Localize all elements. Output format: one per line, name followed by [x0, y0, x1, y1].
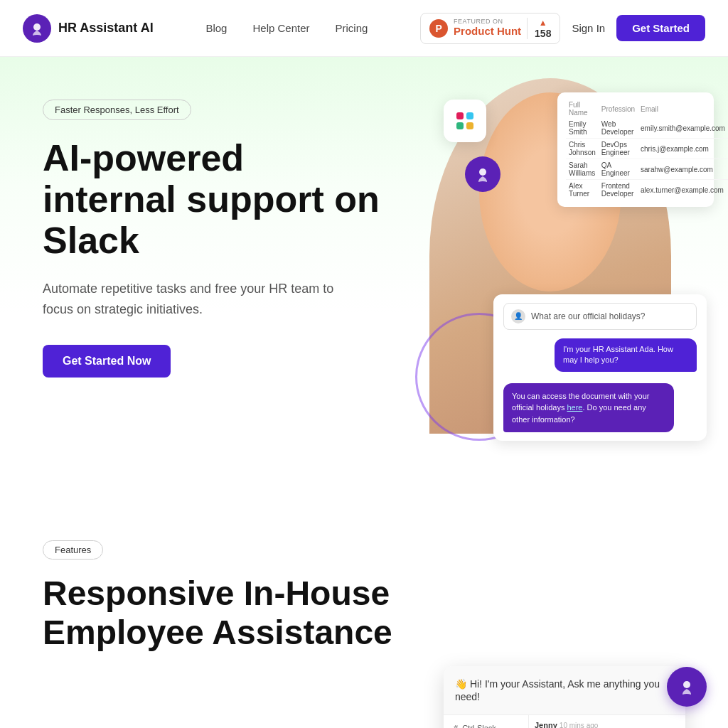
employee-table-card: Full Name Profession Email Emily SmithWe…: [557, 92, 714, 207]
ph-count: 158: [535, 28, 551, 39]
features-section: Features Responsive In-House Employee As…: [0, 483, 728, 728]
table-cell: Emily Smith: [566, 118, 599, 139]
logo-icon: [23, 14, 51, 43]
logo-text: HR Assistant AI: [58, 21, 154, 36]
table-row: Chris JohnsonDevOps Engineerchris.j@exam…: [566, 139, 728, 159]
nav-blog[interactable]: Blog: [205, 22, 227, 34]
table-cell: Sarah Williams: [566, 159, 599, 180]
table-cell: Chris Johnson: [566, 139, 599, 159]
msg-time-1: 10 mins ago: [560, 722, 598, 728]
table-row: Sarah WilliamsQA Engineersarahw@example.…: [566, 159, 728, 180]
table-header-name: Full Name: [566, 100, 599, 118]
svg-rect-4: [466, 122, 473, 129]
hr-assistant-icon: [465, 156, 500, 192]
chat-panel-sidebar: # Ctrl-Slack # General # Workflow # Inte…: [444, 715, 529, 728]
table-row: Alex TurnerFrontend Developeralex.turner…: [566, 180, 728, 200]
table-cell: emily.smith@example.com: [638, 118, 728, 139]
chat-bubble-response: You can access the document with your of…: [503, 383, 674, 433]
table-cell: chris.j@example.com: [638, 139, 728, 159]
channel-icon: #: [454, 724, 458, 728]
chat-widget-button[interactable]: [667, 667, 707, 707]
table-cell: DevOps Engineer: [599, 139, 638, 159]
chat-panel-header-text: 👋 Hi! I'm your Assistant, Ask me anythin…: [455, 678, 660, 702]
chat-message-1: Jenny 10 mins ago Great, thank you. Coul…: [535, 721, 680, 728]
logo: HR Assistant AI: [23, 14, 154, 43]
table-cell: Web Developer: [599, 118, 638, 139]
chat-input-row: 👤 What are our official holidays?: [503, 303, 697, 330]
svg-rect-3: [456, 122, 464, 129]
chat-widget: [667, 667, 707, 707]
hero-cta-button[interactable]: Get Started Now: [43, 345, 171, 378]
chat-bubble-greeting: I'm your HR Assistant Ada. How may I hel…: [555, 338, 697, 372]
chat-demo-card: 👤 What are our official holidays? I'm yo…: [493, 294, 707, 441]
table-cell: sarahw@example.com: [638, 159, 728, 180]
hero-section: Faster Responses, Less Effort AI-powered…: [0, 57, 728, 483]
table-cell: Frontend Developer: [599, 180, 638, 200]
table-header-profession: Profession: [599, 100, 638, 118]
table-cell: alex.turner@example.com: [638, 180, 728, 200]
hero-title: AI-powered internal support on Slack: [43, 137, 384, 262]
chat-panel-header: 👋 Hi! I'm your Assistant, Ask me anythin…: [444, 666, 685, 715]
ph-arrow-icon: ▲: [539, 18, 547, 28]
section2-title: Responsive In-House Employee Assistance: [43, 574, 398, 652]
table-cell: QA Engineer: [599, 159, 638, 180]
msg-sender-1: Jenny: [535, 721, 557, 728]
chat-user-icon: 👤: [511, 309, 525, 323]
nav-links: Blog Help Center Pricing: [205, 22, 368, 34]
nav-right: P FEATURED ON Product Hunt ▲ 158 Sign In…: [420, 13, 705, 44]
svg-point-6: [683, 681, 690, 688]
features-badge: Features: [43, 540, 103, 560]
product-hunt-badge[interactable]: P FEATURED ON Product Hunt ▲ 158: [420, 13, 560, 44]
svg-point-0: [33, 23, 41, 31]
get-started-nav-button[interactable]: Get Started: [616, 15, 705, 41]
sign-in-button[interactable]: Sign In: [572, 22, 605, 34]
nav-help-center[interactable]: Help Center: [252, 22, 309, 34]
table-row: Emily SmithWeb Developeremily.smith@exam…: [566, 118, 728, 139]
slack-icon: [444, 100, 486, 142]
chat-question: What are our official holidays?: [531, 311, 646, 321]
svg-rect-1: [456, 112, 464, 119]
navbar: HR Assistant AI Blog Help Center Pricing…: [0, 0, 728, 57]
svg-point-5: [479, 168, 486, 176]
chat-panel-messages: Jenny 10 mins ago Great, thank you. Coul…: [529, 715, 685, 728]
channel-ctrl-slack[interactable]: # Ctrl-Slack: [449, 721, 523, 728]
table-header-email: Email: [638, 100, 728, 118]
nav-pricing[interactable]: Pricing: [336, 22, 368, 34]
table-cell: Alex Turner: [566, 180, 599, 200]
hero-visual: Full Name Profession Email Emily SmithWe…: [337, 57, 728, 483]
chat-link[interactable]: here: [567, 403, 582, 412]
ph-name: Product Hunt: [454, 26, 521, 38]
svg-rect-2: [466, 112, 473, 119]
hero-subtitle: Automate repetitive tasks and free your …: [43, 279, 348, 320]
chat-panel: 👋 Hi! I'm your Assistant, Ask me anythin…: [444, 666, 685, 728]
product-hunt-logo: P: [429, 19, 448, 38]
hero-badge: Faster Responses, Less Effort: [43, 100, 191, 120]
